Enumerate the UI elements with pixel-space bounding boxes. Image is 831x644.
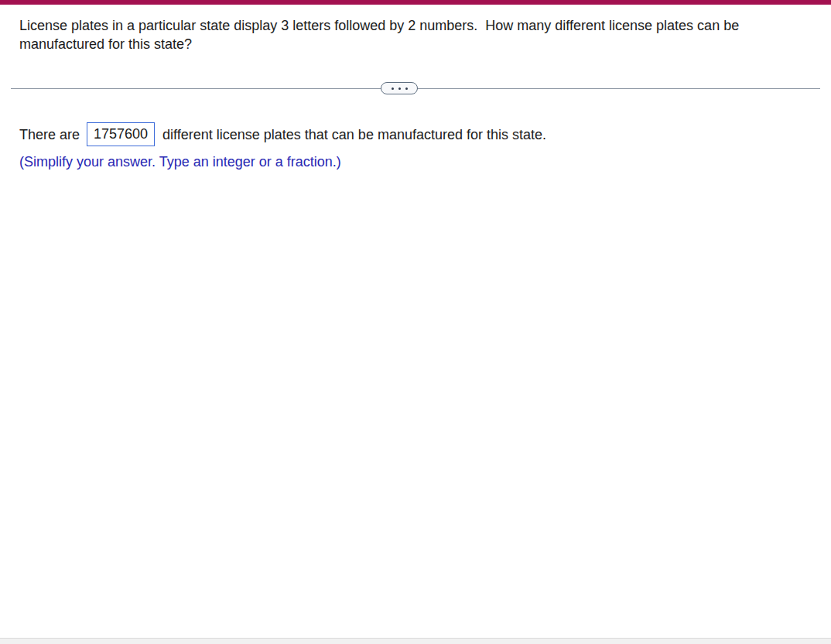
horizontal-scrollbar-track[interactable] [0,638,831,644]
ellipsis-icon [405,87,408,90]
question-answer-divider [11,82,820,94]
answer-section: There are different license plates that … [19,122,812,171]
answer-input[interactable] [87,122,155,146]
ellipsis-icon [392,87,394,90]
answer-prefix: There are [19,125,80,144]
expand-collapse-button[interactable] [381,82,418,94]
answer-instruction: (Simplify your answer. Type an integer o… [19,152,812,171]
answer-suffix: different license plates that can be man… [162,125,546,144]
ellipsis-icon [398,87,401,90]
answer-line: There are different license plates that … [19,122,812,146]
question-text: License plates in a particular state dis… [0,5,820,53]
